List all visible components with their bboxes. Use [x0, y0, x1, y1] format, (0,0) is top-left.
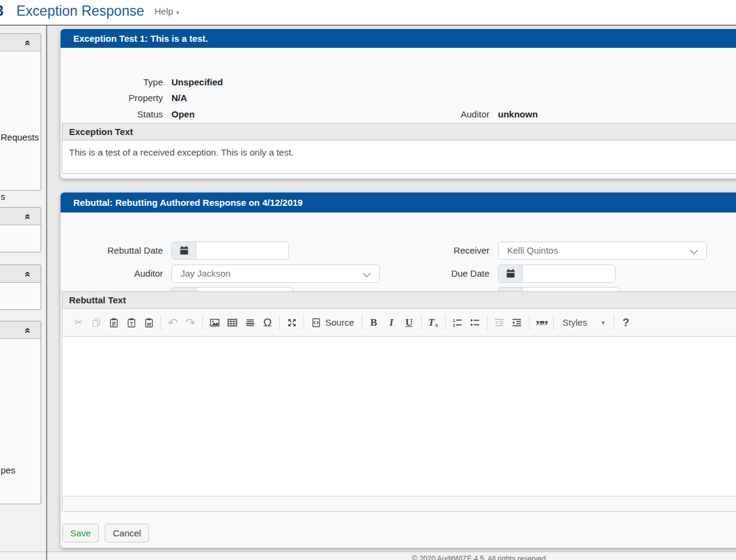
- svg-text:W: W: [147, 321, 151, 327]
- toolbar-separator: [614, 315, 614, 330]
- toolbar-separator: [529, 315, 529, 330]
- blockquote-icon: ””: [535, 322, 546, 328]
- exception-fields: Type Unspecified Property N/A Status Ope…: [61, 48, 736, 94]
- remove-format-icon-sub: x: [435, 321, 438, 328]
- cut-icon: ✂: [74, 316, 82, 329]
- editor-bottom-bar: [62, 496, 736, 510]
- sidebar-panel-1-body: Requests s: [0, 51, 41, 190]
- sidebar-panel-3-header[interactable]: «: [0, 265, 41, 283]
- special-character-button[interactable]: Ω: [259, 314, 276, 332]
- copyright-text: © 2020 AuditWIZE 4.5. All rights reserve…: [412, 555, 548, 560]
- remove-format-button[interactable]: Tx: [425, 314, 442, 332]
- toolbar-separator: [279, 315, 280, 330]
- rebuttal-date-input[interactable]: [196, 242, 288, 259]
- type-value: Unspecified: [171, 76, 223, 88]
- sidebar-panel-3: «: [0, 265, 41, 310]
- due-date-group: [498, 265, 615, 283]
- chevron-down-icon: ▾: [602, 320, 605, 326]
- calendar-icon[interactable]: [499, 265, 523, 282]
- cancel-button[interactable]: Cancel: [105, 524, 149, 542]
- sidebar-panel-1-header[interactable]: «: [0, 34, 41, 51]
- exception-text-section: Exception Text This is a test of a recei…: [62, 123, 736, 174]
- table-icon: [227, 318, 237, 328]
- svg-text:1: 1: [453, 318, 456, 323]
- property-label: Property: [61, 92, 163, 104]
- exception-text-header: Exception Text: [62, 124, 736, 140]
- top-bar: 3 Exception Response Help▾: [0, 0, 736, 25]
- logo-fragment: 3: [0, 3, 4, 19]
- about-help-button[interactable]: ?: [617, 314, 635, 332]
- paste-plain-text-button[interactable]: T: [122, 314, 140, 332]
- rebuttal-panel-title: Rebuttal: Rebutting Authored Response on…: [61, 193, 736, 212]
- undo-icon: ↶: [168, 315, 178, 330]
- help-menu[interactable]: Help▾: [154, 6, 179, 16]
- paste-from-word-button[interactable]: W: [140, 314, 157, 332]
- bulleted-list-icon: [470, 318, 480, 328]
- sidebar-panel-4-header[interactable]: «: [0, 321, 41, 339]
- paste-icon: [109, 318, 119, 328]
- underline-icon: U: [405, 317, 413, 329]
- styles-dropdown-label: Styles: [563, 317, 588, 328]
- maximize-button[interactable]: [283, 314, 300, 332]
- horizontal-line-button[interactable]: [241, 314, 259, 332]
- numbered-list-button[interactable]: 12: [449, 314, 466, 332]
- italic-icon: I: [390, 317, 394, 329]
- insert-table-button[interactable]: [224, 314, 241, 332]
- remove-format-icon: T: [428, 317, 434, 329]
- decrease-indent-button[interactable]: [491, 314, 508, 332]
- auditor-label: Auditor: [388, 108, 489, 120]
- svg-text:T: T: [130, 321, 133, 327]
- collapse-chevrons-up-icon: «: [21, 271, 33, 277]
- bulleted-list-button[interactable]: [466, 314, 484, 332]
- help-menu-label: Help: [154, 6, 173, 16]
- rebuttal-panel: Rebuttal: Rebutting Authored Response on…: [61, 193, 736, 548]
- exception-panel: Exception Test 1: This is a test. Type U…: [61, 29, 736, 179]
- source-button[interactable]: Source: [307, 314, 359, 332]
- paste-from-word-icon: W: [144, 318, 154, 328]
- maximize-icon: [287, 318, 297, 328]
- calendar-icon[interactable]: [172, 242, 196, 259]
- auditor-select-value: Jay Jackson: [181, 268, 231, 278]
- rebuttal-form: Rebuttal Date Receiver Kelli Quintos Aud…: [61, 212, 736, 291]
- redo-button[interactable]: ↷: [182, 314, 199, 332]
- image-icon: [210, 318, 220, 328]
- toolbar-separator: [487, 315, 488, 330]
- due-date-input[interactable]: [523, 265, 615, 282]
- bold-button[interactable]: B: [365, 314, 383, 332]
- auditor-select[interactable]: Jay Jackson: [171, 265, 380, 283]
- increase-indent-button[interactable]: [508, 314, 526, 332]
- sidebar-item-requests[interactable]: Requests: [1, 132, 39, 142]
- chevron-down-icon: [690, 246, 698, 254]
- exception-panel-title: Exception Test 1: This is a test.: [61, 29, 736, 48]
- app-screen: 3 Exception Response Help▾ « Requests s …: [0, 0, 736, 560]
- due-date-label: Due Date: [388, 265, 489, 283]
- svg-text:2: 2: [453, 323, 456, 328]
- copy-button[interactable]: [87, 314, 105, 332]
- paste-plain-text-icon: T: [127, 318, 136, 328]
- copy-icon: [91, 318, 101, 328]
- bold-icon: B: [370, 317, 377, 329]
- rebuttal-date-group: [171, 242, 289, 260]
- insert-image-button[interactable]: [206, 314, 224, 332]
- receiver-select-value: Kelli Quintos: [507, 245, 558, 255]
- property-value: N/A: [171, 92, 187, 104]
- styles-dropdown[interactable]: Styles ▾: [557, 317, 611, 328]
- cut-button[interactable]: ✂: [70, 314, 87, 332]
- underline-button[interactable]: U: [400, 314, 418, 332]
- italic-button[interactable]: I: [383, 314, 400, 332]
- sidebar-item-truncated-1[interactable]: s: [1, 191, 5, 202]
- auditor-value: unknown: [498, 108, 538, 120]
- save-button[interactable]: Save: [62, 524, 99, 542]
- toolbar-separator: [421, 315, 422, 330]
- source-button-label: Source: [325, 317, 354, 328]
- status-value: Open: [171, 108, 194, 120]
- receiver-select[interactable]: Kelli Quintos: [498, 242, 707, 260]
- sidebar-panel-2-header[interactable]: «: [0, 208, 41, 225]
- blockquote-button[interactable]: ””: [532, 314, 550, 332]
- chevron-down-icon: ▾: [176, 9, 179, 16]
- sidebar-item-truncated-2[interactable]: pes: [1, 465, 15, 475]
- editor-content-area[interactable]: [62, 337, 736, 496]
- rebuttal-auditor-label: Auditor: [61, 265, 163, 283]
- undo-button[interactable]: ↶: [164, 314, 182, 332]
- paste-button[interactable]: [105, 314, 122, 332]
